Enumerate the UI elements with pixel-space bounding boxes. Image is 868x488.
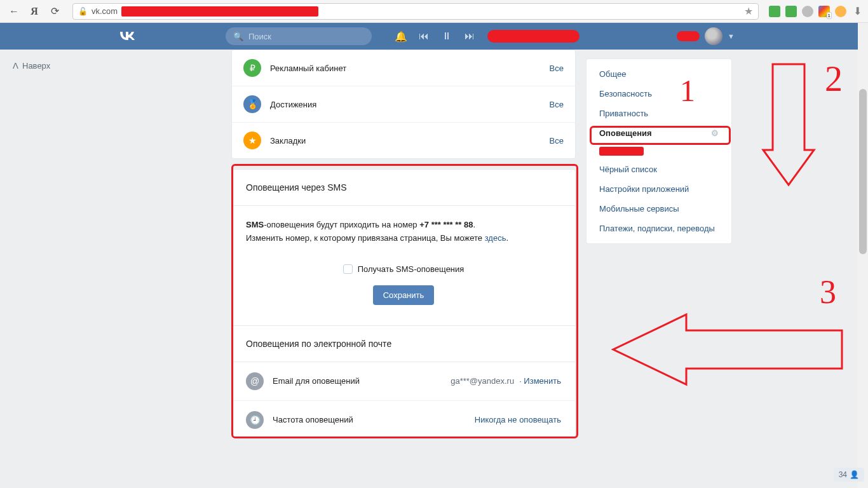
settings-menu: Общее Безопасность Приватность Оповещени…: [586, 58, 732, 244]
scroll-top-button[interactable]: ᐱ Наверх: [13, 61, 50, 71]
nav-label: Рекламный кабинет: [270, 64, 550, 73]
email-row-label: Email для оповещений: [273, 376, 451, 386]
browser-chrome: ← Я ⟳ 🔓 vk.com ★ 1 ⬇: [0, 0, 868, 23]
sms-checkbox-row[interactable]: Получать SMS-оповещения: [246, 264, 561, 274]
vk-logo-icon[interactable]: [118, 30, 137, 43]
scrollbar-thumb[interactable]: [859, 89, 867, 254]
lock-icon: 🔓: [78, 7, 88, 16]
settings-menu-payments[interactable]: Платежи, подписки, переводы: [587, 219, 731, 238]
sms-phone: +7 *** *** ** 88: [419, 220, 473, 229]
frequency-row[interactable]: 🕘 Частота оповещений Никогда не оповещат…: [232, 400, 575, 439]
email-row[interactable]: @ Email для оповещений ga***@yandex.ru ·…: [232, 362, 575, 400]
player-pause-icon[interactable]: ⏸: [437, 26, 457, 46]
settings-menu-security[interactable]: Безопасность: [587, 84, 731, 104]
settings-menu-privacy[interactable]: Приватность: [587, 104, 731, 123]
settings-menu-notifications[interactable]: Оповещения ⚙: [587, 123, 731, 143]
online-counter[interactable]: 34 👤: [834, 468, 864, 482]
person-icon: 👤: [850, 470, 859, 479]
email-row-value: ga***@yandex.ru: [451, 376, 514, 386]
search-icon: 🔍: [233, 32, 243, 41]
sms-body: SMS-оповещения будут приходить на номер …: [232, 206, 575, 326]
nav-all-link[interactable]: Все: [550, 64, 564, 73]
annotation-number-3: 3: [820, 273, 836, 311]
yandex-button[interactable]: Я: [25, 3, 43, 20]
sms-text: SMS-оповещения будут приходить на номер …: [246, 219, 561, 245]
annotation-arrow-left: [610, 305, 845, 396]
ruble-icon: ₽: [243, 59, 261, 77]
nav-label: Достижения: [270, 100, 550, 109]
change-email-link[interactable]: · Изменить: [519, 376, 561, 386]
search-placeholder: Поиск: [248, 32, 271, 41]
annotation-arrow-down: [760, 61, 817, 191]
sms-prefix: SMS: [246, 220, 264, 229]
award-icon: 🏅: [243, 95, 261, 113]
frequency-row-label: Частота оповещений: [273, 415, 470, 424]
ext-icon-4[interactable]: 1: [818, 6, 830, 17]
settings-nav-card: ₽ Рекламный кабинет Все 🏅 Достижения Все…: [231, 50, 576, 159]
annotation-number-2: 2: [825, 58, 843, 99]
settings-menu-general[interactable]: Общее: [587, 64, 731, 84]
reload-button[interactable]: ⟳: [46, 3, 64, 20]
search-input[interactable]: 🔍 Поиск: [226, 27, 372, 45]
url-redacted: [121, 6, 318, 17]
frequency-link[interactable]: Никогда не оповещать: [475, 415, 561, 424]
ext-icon-5[interactable]: [835, 6, 846, 17]
settings-menu-mobile[interactable]: Мобильные сервисы: [587, 199, 731, 219]
nav-all-link[interactable]: Все: [550, 100, 564, 109]
url-text: vk.com: [92, 6, 118, 16]
sms-header: Оповещения через SMS: [232, 170, 575, 206]
main-column: ₽ Рекламный кабинет Все 🏅 Достижения Все…: [231, 50, 576, 450]
avatar[interactable]: [705, 27, 722, 45]
save-button[interactable]: Сохранить: [373, 285, 435, 305]
chevron-down-icon[interactable]: ▼: [728, 32, 735, 40]
back-button[interactable]: ←: [5, 3, 23, 20]
menu-redacted: [599, 147, 644, 156]
counter-value: 34: [839, 470, 847, 479]
extension-icons: 1 ⬇: [769, 6, 863, 17]
at-icon: @: [246, 372, 264, 390]
change-number-link[interactable]: здесь: [485, 233, 506, 243]
nav-item-bookmarks[interactable]: ★ Закладки Все: [232, 122, 575, 158]
notifications-icon[interactable]: 🔔: [391, 26, 411, 46]
download-icon[interactable]: ⬇: [851, 6, 863, 17]
scroll-top-label: Наверх: [22, 61, 50, 71]
url-bar[interactable]: 🔓 vk.com ★: [72, 3, 759, 20]
player-next-icon[interactable]: ⏭: [459, 26, 480, 46]
email-rows: @ Email для оповещений ga***@yandex.ru ·…: [232, 362, 575, 439]
nav-label: Закладки: [270, 136, 550, 146]
ext-icon-2[interactable]: [785, 6, 797, 17]
nav-item-achievements[interactable]: 🏅 Достижения Все: [232, 86, 575, 122]
ext-icon-1[interactable]: [769, 6, 780, 17]
username-redacted: [677, 31, 700, 41]
clock-icon: 🕘: [246, 411, 264, 429]
star-icon: ★: [243, 132, 261, 149]
ext-icon-3[interactable]: [802, 6, 813, 17]
gear-icon[interactable]: ⚙: [711, 128, 719, 138]
vk-header: 🔍 Поиск 🔔 ⏮ ⏸ ⏭ ▼: [0, 23, 868, 50]
player-prev-icon[interactable]: ⏮: [414, 26, 434, 46]
nav-item-ads[interactable]: ₽ Рекламный кабинет Все: [232, 50, 575, 86]
settings-menu-blacklist[interactable]: Чёрный список: [587, 159, 731, 179]
email-header: Оповещения по электронной почте: [232, 326, 575, 362]
nav-all-link[interactable]: Все: [550, 136, 564, 146]
checkbox-icon[interactable]: [343, 264, 353, 274]
settings-menu-app-settings[interactable]: Настройки приложений: [587, 179, 731, 199]
player-track-redacted: [487, 30, 580, 43]
chevron-up-icon: ᐱ: [13, 61, 18, 71]
sms-checkbox-label: Получать SMS-оповещения: [358, 264, 465, 274]
sms-notifications-card: Оповещения через SMS SMS-оповещения буду…: [231, 169, 576, 440]
bookmark-star-icon[interactable]: ★: [744, 5, 753, 17]
